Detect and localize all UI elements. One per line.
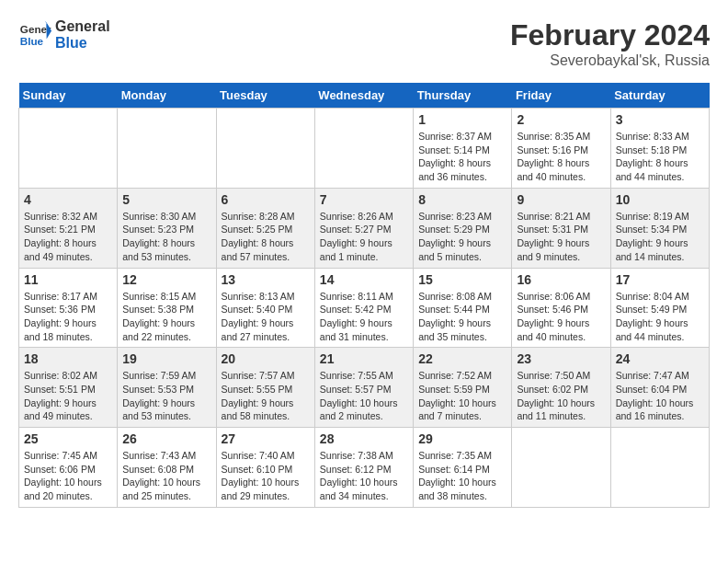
day-number: 19 xyxy=(122,351,210,366)
day-number: 25 xyxy=(24,431,112,446)
calendar-cell xyxy=(216,109,314,189)
calendar-cell: 9Sunrise: 8:21 AM Sunset: 5:31 PM Daylig… xyxy=(512,188,610,268)
calendar-week-row: 4Sunrise: 8:32 AM Sunset: 5:21 PM Daylig… xyxy=(19,188,710,268)
day-number: 20 xyxy=(222,351,310,366)
weekday-header-row: SundayMondayTuesdayWednesdayThursdayFrid… xyxy=(19,83,710,109)
day-number: 15 xyxy=(418,272,506,287)
day-info: Sunrise: 8:33 AM Sunset: 5:18 PM Dayligh… xyxy=(616,130,704,184)
calendar-cell: 26Sunrise: 7:43 AM Sunset: 6:08 PM Dayli… xyxy=(118,428,216,508)
day-number: 7 xyxy=(320,192,408,207)
day-number: 11 xyxy=(24,272,112,287)
day-info: Sunrise: 7:57 AM Sunset: 5:55 PM Dayligh… xyxy=(222,369,310,423)
calendar-cell: 20Sunrise: 7:57 AM Sunset: 5:55 PM Dayli… xyxy=(216,348,314,428)
day-number: 6 xyxy=(222,192,310,207)
day-info: Sunrise: 8:17 AM Sunset: 5:36 PM Dayligh… xyxy=(24,290,112,344)
day-info: Sunrise: 8:11 AM Sunset: 5:42 PM Dayligh… xyxy=(320,290,408,344)
title-block: February 2024 Severobaykal'sk, Russia xyxy=(510,18,710,69)
day-info: Sunrise: 8:19 AM Sunset: 5:34 PM Dayligh… xyxy=(616,210,704,264)
calendar-cell: 23Sunrise: 7:50 AM Sunset: 6:02 PM Dayli… xyxy=(512,348,610,428)
day-info: Sunrise: 8:15 AM Sunset: 5:38 PM Dayligh… xyxy=(122,290,210,344)
weekday-header-sunday: Sunday xyxy=(19,83,118,109)
day-info: Sunrise: 7:59 AM Sunset: 5:53 PM Dayligh… xyxy=(122,369,210,423)
calendar-cell: 22Sunrise: 7:52 AM Sunset: 5:59 PM Dayli… xyxy=(414,348,512,428)
logo: General Blue General Blue xyxy=(18,18,110,52)
day-number: 8 xyxy=(418,192,506,207)
calendar-cell: 4Sunrise: 8:32 AM Sunset: 5:21 PM Daylig… xyxy=(19,188,118,268)
day-info: Sunrise: 7:47 AM Sunset: 6:04 PM Dayligh… xyxy=(616,369,704,423)
calendar-cell: 24Sunrise: 7:47 AM Sunset: 6:04 PM Dayli… xyxy=(610,348,709,428)
calendar-cell xyxy=(118,109,216,189)
calendar-cell: 21Sunrise: 7:55 AM Sunset: 5:57 PM Dayli… xyxy=(314,348,413,428)
weekday-header-saturday: Saturday xyxy=(610,83,709,109)
day-number: 23 xyxy=(517,351,605,366)
calendar-week-row: 18Sunrise: 8:02 AM Sunset: 5:51 PM Dayli… xyxy=(19,348,710,428)
calendar-cell xyxy=(314,109,413,189)
calendar-cell: 5Sunrise: 8:30 AM Sunset: 5:23 PM Daylig… xyxy=(118,188,216,268)
day-info: Sunrise: 7:35 AM Sunset: 6:14 PM Dayligh… xyxy=(418,449,506,503)
calendar-cell: 16Sunrise: 8:06 AM Sunset: 5:46 PM Dayli… xyxy=(512,268,610,348)
calendar-cell: 14Sunrise: 8:11 AM Sunset: 5:42 PM Dayli… xyxy=(314,268,413,348)
calendar-cell: 8Sunrise: 8:23 AM Sunset: 5:29 PM Daylig… xyxy=(414,188,512,268)
location-subtitle: Severobaykal'sk, Russia xyxy=(510,52,710,69)
calendar-cell: 29Sunrise: 7:35 AM Sunset: 6:14 PM Dayli… xyxy=(414,428,512,508)
calendar-cell: 25Sunrise: 7:45 AM Sunset: 6:06 PM Dayli… xyxy=(19,428,118,508)
day-info: Sunrise: 7:50 AM Sunset: 6:02 PM Dayligh… xyxy=(517,369,605,423)
day-number: 16 xyxy=(517,272,605,287)
calendar-cell: 15Sunrise: 8:08 AM Sunset: 5:44 PM Dayli… xyxy=(414,268,512,348)
calendar-cell: 3Sunrise: 8:33 AM Sunset: 5:18 PM Daylig… xyxy=(610,109,709,189)
day-info: Sunrise: 8:28 AM Sunset: 5:25 PM Dayligh… xyxy=(222,210,310,264)
day-info: Sunrise: 8:37 AM Sunset: 5:14 PM Dayligh… xyxy=(418,130,506,184)
day-number: 29 xyxy=(418,431,506,446)
calendar-cell: 19Sunrise: 7:59 AM Sunset: 5:53 PM Dayli… xyxy=(118,348,216,428)
logo-icon: General Blue xyxy=(18,18,51,52)
weekday-header-friday: Friday xyxy=(512,83,610,109)
day-info: Sunrise: 8:13 AM Sunset: 5:40 PM Dayligh… xyxy=(222,290,310,344)
day-info: Sunrise: 7:52 AM Sunset: 5:59 PM Dayligh… xyxy=(418,369,506,423)
month-year-title: February 2024 xyxy=(510,18,710,52)
weekday-header-monday: Monday xyxy=(118,83,216,109)
day-number: 22 xyxy=(418,351,506,366)
day-number: 13 xyxy=(222,272,310,287)
calendar-cell: 10Sunrise: 8:19 AM Sunset: 5:34 PM Dayli… xyxy=(610,188,709,268)
day-info: Sunrise: 8:30 AM Sunset: 5:23 PM Dayligh… xyxy=(122,210,210,264)
day-info: Sunrise: 8:35 AM Sunset: 5:16 PM Dayligh… xyxy=(517,130,605,184)
calendar-cell: 2Sunrise: 8:35 AM Sunset: 5:16 PM Daylig… xyxy=(512,109,610,189)
day-number: 9 xyxy=(517,192,605,207)
day-info: Sunrise: 8:32 AM Sunset: 5:21 PM Dayligh… xyxy=(24,210,112,264)
day-number: 2 xyxy=(517,112,605,127)
day-info: Sunrise: 8:23 AM Sunset: 5:29 PM Dayligh… xyxy=(418,210,506,264)
day-info: Sunrise: 8:21 AM Sunset: 5:31 PM Dayligh… xyxy=(517,210,605,264)
calendar-cell: 11Sunrise: 8:17 AM Sunset: 5:36 PM Dayli… xyxy=(19,268,118,348)
calendar-week-row: 1Sunrise: 8:37 AM Sunset: 5:14 PM Daylig… xyxy=(19,109,710,189)
logo-blue-text: Blue xyxy=(55,35,110,52)
calendar-cell: 13Sunrise: 8:13 AM Sunset: 5:40 PM Dayli… xyxy=(216,268,314,348)
page-header: General Blue General Blue February 2024 … xyxy=(18,18,710,69)
day-info: Sunrise: 7:45 AM Sunset: 6:06 PM Dayligh… xyxy=(24,449,112,503)
day-number: 1 xyxy=(418,112,506,127)
calendar-week-row: 11Sunrise: 8:17 AM Sunset: 5:36 PM Dayli… xyxy=(19,268,710,348)
day-info: Sunrise: 8:08 AM Sunset: 5:44 PM Dayligh… xyxy=(418,290,506,344)
day-number: 5 xyxy=(122,192,210,207)
calendar-cell: 12Sunrise: 8:15 AM Sunset: 5:38 PM Dayli… xyxy=(118,268,216,348)
calendar-cell xyxy=(610,428,709,508)
calendar-cell: 6Sunrise: 8:28 AM Sunset: 5:25 PM Daylig… xyxy=(216,188,314,268)
day-number: 21 xyxy=(320,351,408,366)
day-number: 26 xyxy=(122,431,210,446)
day-info: Sunrise: 7:38 AM Sunset: 6:12 PM Dayligh… xyxy=(320,449,408,503)
day-number: 4 xyxy=(24,192,112,207)
day-info: Sunrise: 7:55 AM Sunset: 5:57 PM Dayligh… xyxy=(320,369,408,423)
calendar-cell xyxy=(19,109,118,189)
calendar-cell: 27Sunrise: 7:40 AM Sunset: 6:10 PM Dayli… xyxy=(216,428,314,508)
logo-general-text: General xyxy=(55,18,110,35)
svg-text:Blue: Blue xyxy=(20,35,44,47)
weekday-header-tuesday: Tuesday xyxy=(216,83,314,109)
weekday-header-thursday: Thursday xyxy=(414,83,512,109)
day-info: Sunrise: 8:02 AM Sunset: 5:51 PM Dayligh… xyxy=(24,369,112,423)
calendar-cell: 1Sunrise: 8:37 AM Sunset: 5:14 PM Daylig… xyxy=(414,109,512,189)
day-info: Sunrise: 8:26 AM Sunset: 5:27 PM Dayligh… xyxy=(320,210,408,264)
day-number: 3 xyxy=(616,112,704,127)
day-number: 17 xyxy=(616,272,704,287)
day-number: 24 xyxy=(616,351,704,366)
calendar-week-row: 25Sunrise: 7:45 AM Sunset: 6:06 PM Dayli… xyxy=(19,428,710,508)
day-number: 12 xyxy=(122,272,210,287)
